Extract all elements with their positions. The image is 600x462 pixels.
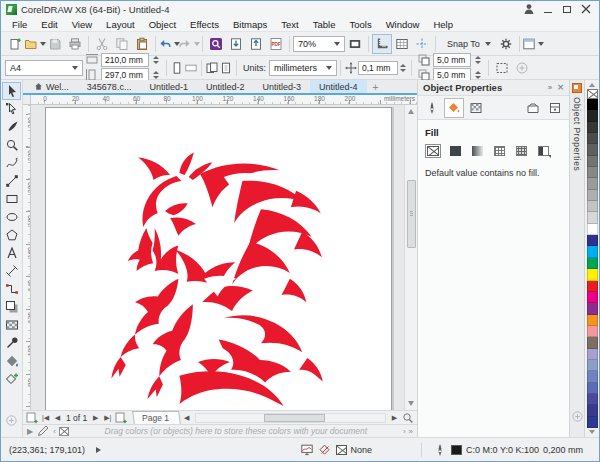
color-swatch[interactable] [587, 144, 598, 155]
add-page-before-button[interactable] [25, 412, 39, 424]
new-document-tab-button[interactable]: + [367, 82, 385, 93]
object-properties-tab-icon[interactable] [572, 83, 582, 93]
show-guidelines-button[interactable] [412, 34, 432, 54]
menu-table[interactable]: Table [306, 18, 343, 31]
last-page-button[interactable]: ▶| [102, 412, 113, 424]
undo-button[interactable] [159, 34, 179, 54]
color-swatch[interactable] [587, 349, 598, 360]
color-swatch[interactable] [587, 258, 598, 269]
color-swatch[interactable] [587, 110, 598, 121]
units-combo[interactable]: millimeters [269, 60, 337, 76]
tab-fill[interactable] [444, 98, 464, 118]
page-height-spinner[interactable] [153, 71, 159, 79]
color-swatch[interactable] [587, 405, 598, 416]
customize-propbar-button[interactable] [512, 58, 532, 78]
color-swatch[interactable] [587, 394, 598, 405]
zoom-level-combo[interactable]: 70% [293, 36, 345, 52]
document-tab-345678-c-[interactable]: 345678.c... [78, 80, 141, 93]
two-color-fill-button[interactable] [535, 144, 551, 158]
color-swatch[interactable] [587, 246, 598, 257]
rectangle-tool[interactable] [2, 190, 21, 208]
scroll-left-button[interactable]: ◀ [181, 412, 192, 424]
transparency-tool[interactable] [2, 316, 21, 334]
menu-view[interactable]: View [65, 18, 99, 31]
menu-layout[interactable]: Layout [99, 18, 142, 31]
print-button[interactable] [65, 34, 85, 54]
show-grid-button[interactable] [392, 34, 412, 54]
drawing-page[interactable] [45, 107, 392, 410]
menu-tools[interactable]: Tools [342, 18, 378, 31]
no-color-swatch[interactable] [59, 427, 69, 436]
document-tab-untitled-3[interactable]: Untitled-3 [253, 80, 310, 93]
first-page-button[interactable]: |◀ [40, 412, 51, 424]
duplicate-y-spinner[interactable] [475, 71, 481, 79]
nudge-spinner[interactable] [400, 64, 406, 72]
palette-scroll-up-icon[interactable] [589, 83, 595, 87]
horizontal-ruler[interactable]: 020406080100120140160180200millimeters [31, 95, 417, 104]
all-pages-button[interactable] [205, 58, 219, 78]
parallel-dimension-tool[interactable] [2, 262, 21, 280]
search-content-button[interactable] [206, 34, 226, 54]
pan-zoom-button[interactable] [401, 412, 415, 424]
scroll-down-icon[interactable] [408, 401, 414, 406]
color-swatch[interactable] [587, 269, 598, 280]
open-button[interactable] [25, 34, 45, 54]
vertical-ruler[interactable]: 24022020018016014012010080 [23, 105, 31, 410]
duplicate-x-spinner[interactable] [475, 56, 481, 64]
crop-tool[interactable] [2, 118, 21, 136]
color-swatch[interactable] [587, 383, 598, 394]
horizontal-scroll-thumb[interactable] [264, 414, 324, 422]
snap-to-button[interactable]: Snap To [439, 34, 496, 54]
menu-effects[interactable]: Effects [183, 18, 226, 31]
vertical-scroll-thumb[interactable] [407, 180, 416, 248]
fill-none-swatch[interactable] [336, 445, 347, 455]
duplicate-x-field[interactable]: 5,0 mm [433, 53, 471, 67]
color-swatch[interactable] [587, 178, 598, 189]
color-swatch[interactable] [587, 303, 598, 314]
color-swatch[interactable] [587, 315, 598, 326]
drawing-canvas[interactable] [31, 105, 404, 410]
publish-pdf-button[interactable]: PDF [266, 34, 286, 54]
menu-edit[interactable]: Edit [34, 18, 64, 31]
color-swatch[interactable] [587, 167, 598, 178]
docker-close-icon[interactable]: ✕ [557, 83, 564, 92]
customize-toolbox-button[interactable] [2, 411, 21, 429]
palette-scroll-left-icon[interactable]: ‹ [53, 427, 56, 436]
tab-transparency[interactable] [466, 98, 486, 118]
page-tab[interactable]: Page 1 [132, 411, 181, 424]
fountain-fill-button[interactable] [469, 144, 485, 158]
full-screen-preview-button[interactable] [345, 34, 365, 54]
color-swatch[interactable] [587, 224, 598, 235]
horizontal-scrollbar[interactable] [195, 413, 386, 423]
menu-window[interactable]: Window [379, 18, 427, 31]
document-color-settings-icon[interactable] [300, 443, 314, 457]
eyedropper-mini-icon[interactable] [36, 424, 50, 438]
export-button[interactable] [246, 34, 266, 54]
vertical-scrollbar[interactable] [404, 105, 417, 410]
add-page-after-button[interactable] [114, 412, 128, 424]
show-rulers-button[interactable] [372, 34, 392, 54]
document-tab-untitled-2[interactable]: Untitled-2 [197, 80, 254, 93]
page-width-field[interactable]: 210,0 mm [101, 53, 149, 67]
no-fill-button[interactable] [425, 144, 441, 158]
color-swatch[interactable] [587, 212, 598, 223]
redo-button[interactable] [179, 34, 199, 54]
connector-tool[interactable] [2, 280, 21, 298]
pick-tool[interactable] [2, 82, 21, 100]
current-page-button[interactable] [219, 58, 233, 78]
nudge-field[interactable]: 0,1 mm [358, 61, 398, 75]
import-button[interactable] [226, 34, 246, 54]
text-tool[interactable] [2, 244, 21, 262]
document-tab-untitled-1[interactable]: Untitled-1 [140, 80, 197, 93]
document-tab-wel-[interactable]: Wel... [25, 80, 78, 93]
maximize-button[interactable] [559, 3, 575, 15]
palette-flyout-icon[interactable]: ▶ [27, 427, 33, 436]
color-swatch[interactable] [587, 326, 598, 337]
save-button[interactable] [45, 34, 65, 54]
menu-text[interactable]: Text [274, 18, 305, 31]
scroll-right-button[interactable]: ▶ [389, 412, 400, 424]
shape-tool[interactable] [2, 100, 21, 118]
smart-fill-tool[interactable] [2, 370, 21, 388]
outline-color-swatch[interactable] [451, 445, 462, 455]
account-icon[interactable] [521, 3, 537, 15]
